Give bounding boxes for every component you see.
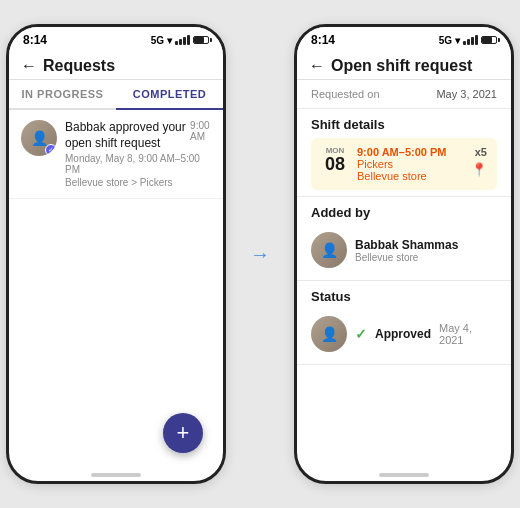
status-section: Status 👤 ✓ Approved May 4, 2021 xyxy=(297,281,511,365)
notifications-list: 👤 ✓ Babbak approved your open shift requ… xyxy=(9,110,223,461)
battery-right xyxy=(481,36,497,44)
header-left: ← Requests xyxy=(9,51,223,80)
home-bar-left xyxy=(91,473,141,477)
signal-bars-left xyxy=(175,35,190,45)
requested-on-value: May 3, 2021 xyxy=(436,88,497,100)
tab-completed[interactable]: COMPLETED xyxy=(116,80,223,108)
shift-date-col: MON 08 xyxy=(321,146,349,175)
back-button-left[interactable]: ← xyxy=(21,57,37,75)
avatar-left: 👤 ✓ xyxy=(21,120,57,156)
requested-on-label: Requested on xyxy=(311,88,380,100)
shift-card: MON 08 9:00 AM–5:00 PM Pickers Bellevue … xyxy=(311,138,497,190)
bar1r xyxy=(463,41,466,45)
back-button-right[interactable]: ← xyxy=(309,57,325,75)
status-icons-right: 5G ▾ xyxy=(439,35,497,46)
detail-content: Requested on May 3, 2021 Shift details M… xyxy=(297,80,511,461)
battery-fill-right xyxy=(482,37,492,43)
notification-sub2: Bellevue store > Pickers xyxy=(65,177,211,188)
requested-on-row: Requested on May 3, 2021 xyxy=(311,88,497,100)
transition-arrow: → xyxy=(242,243,278,266)
bar2r xyxy=(467,39,470,45)
added-by-row: 👤 Babbak Shammas Bellevue store xyxy=(311,226,497,274)
home-indicator-left xyxy=(9,461,223,481)
shift-details-section: Shift details MON 08 9:00 AM–5:00 PM Pic… xyxy=(297,109,511,197)
notification-item[interactable]: 👤 ✓ Babbak approved your open shift requ… xyxy=(9,110,223,199)
notification-text: Babbak approved your open shift request xyxy=(65,120,190,151)
shift-details-title: Shift details xyxy=(311,117,497,132)
left-phone: 8:14 5G ▾ ← Requests IN PROGRESS COMPLET… xyxy=(6,24,226,484)
home-bar-right xyxy=(379,473,429,477)
notification-sub1: Monday, May 8, 9:00 AM–5:00 PM xyxy=(65,153,211,175)
battery-fill-left xyxy=(194,37,204,43)
page-title-left: Requests xyxy=(43,57,115,75)
shift-store: Bellevue store xyxy=(357,170,463,182)
5g-icon-left: 5G xyxy=(151,35,164,46)
notification-time: 9:00 AM xyxy=(190,120,211,142)
status-bar-right: 8:14 5G ▾ xyxy=(297,27,511,51)
shift-day-num: 08 xyxy=(321,155,349,175)
avatar-image-right: 👤 xyxy=(311,232,347,268)
time-right: 8:14 xyxy=(311,33,335,47)
wifi-icon-right: ▾ xyxy=(455,35,460,46)
bar3r xyxy=(471,37,474,45)
home-indicator-right xyxy=(297,461,511,481)
tab-in-progress[interactable]: IN PROGRESS xyxy=(9,80,116,108)
time-left: 8:14 xyxy=(23,33,47,47)
bar4 xyxy=(187,35,190,45)
bar2 xyxy=(179,39,182,45)
added-by-info: Babbak Shammas Bellevue store xyxy=(355,238,458,263)
fab-button[interactable]: + xyxy=(163,413,203,453)
status-approved-label: Approved xyxy=(375,327,431,341)
wifi-icon-left: ▾ xyxy=(167,35,172,46)
battery-left xyxy=(193,36,209,44)
status-check-icon: ✓ xyxy=(355,326,367,342)
avatar-badge: ✓ xyxy=(45,144,57,156)
bar4r xyxy=(475,35,478,45)
right-phone: 8:14 5G ▾ ← Open shift request Requested… xyxy=(294,24,514,484)
tabs-left: IN PROGRESS COMPLETED xyxy=(9,80,223,110)
added-by-section: Added by 👤 Babbak Shammas Bellevue store xyxy=(297,197,511,281)
signal-bars-right xyxy=(463,35,478,45)
bar3 xyxy=(183,37,186,45)
status-bar-left: 8:14 5G ▾ xyxy=(9,27,223,51)
avatar-right: 👤 xyxy=(311,232,347,268)
notification-body: Babbak approved your open shift request … xyxy=(65,120,211,188)
5g-icon-right: 5G xyxy=(439,35,452,46)
status-row: 👤 ✓ Approved May 4, 2021 xyxy=(311,310,497,358)
status-title: Status xyxy=(311,289,497,304)
avatar-image-status: 👤 xyxy=(311,316,347,352)
location-icon: 📍 xyxy=(471,162,487,177)
notif-header-row: Babbak approved your open shift request … xyxy=(65,120,211,151)
added-by-store: Bellevue store xyxy=(355,252,458,263)
shift-count: x5 xyxy=(475,146,487,158)
status-date: May 4, 2021 xyxy=(439,322,497,346)
page-title-right: Open shift request xyxy=(331,57,472,75)
shift-time: 9:00 AM–5:00 PM xyxy=(357,146,463,158)
added-by-name: Babbak Shammas xyxy=(355,238,458,252)
requested-on-section: Requested on May 3, 2021 xyxy=(297,80,511,109)
shift-role: Pickers xyxy=(357,158,463,170)
avatar-status: 👤 xyxy=(311,316,347,352)
shift-info-col: 9:00 AM–5:00 PM Pickers Bellevue store xyxy=(357,146,463,182)
header-right: ← Open shift request xyxy=(297,51,511,80)
shift-badge-col: x5 📍 xyxy=(471,146,487,177)
added-by-title: Added by xyxy=(311,205,497,220)
status-icons-left: 5G ▾ xyxy=(151,35,209,46)
bar1 xyxy=(175,41,178,45)
